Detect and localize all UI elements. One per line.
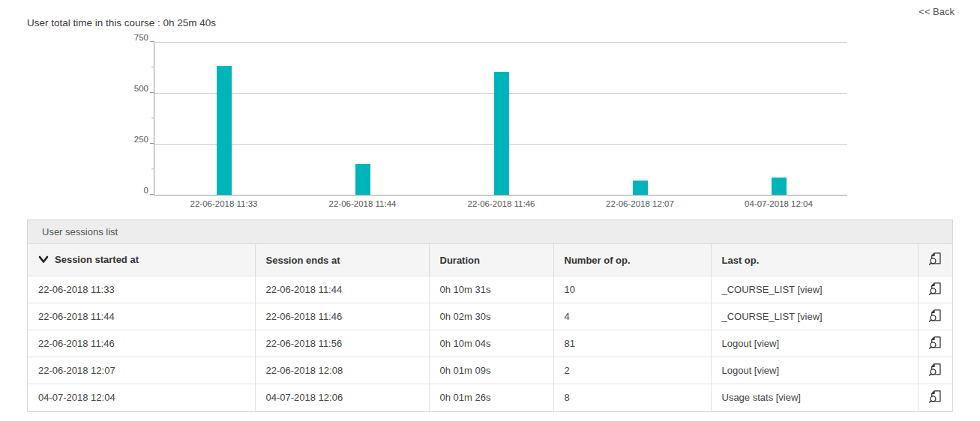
column-header-last-op[interactable]: Last op. (711, 244, 918, 276)
session-started-cell: 22-06-2018 11:46 (28, 330, 255, 357)
session-ends-cell: 22-06-2018 12:08 (255, 357, 429, 384)
session-preview-cell (918, 330, 952, 357)
last-op-cell: _COURSE_LIST [view] (711, 303, 918, 330)
duration-cell: 0h 02m 30s (429, 303, 553, 330)
bar (355, 164, 370, 195)
column-header-number-of-op[interactable]: Number of op. (553, 244, 711, 276)
column-header-session-ends[interactable]: Session ends at (255, 244, 429, 276)
y-axis-minor-tick (151, 67, 154, 67)
session-preview-cell (918, 276, 952, 303)
column-header-label: Session started at (55, 254, 139, 265)
user-sessions-panel: User sessions list Session started at Se… (27, 219, 953, 412)
y-axis-minor-tick (151, 169, 154, 169)
preview-icon[interactable] (928, 282, 942, 296)
session-started-cell: 22-06-2018 11:33 (28, 276, 255, 303)
number-of-op-cell: 81 (553, 330, 711, 357)
x-tick-label: 22-06-2018 12:07 (571, 199, 709, 208)
session-preview-cell (918, 303, 952, 330)
y-axis-tick (150, 143, 154, 144)
x-tick-label: 04-07-2018 12:04 (710, 199, 848, 208)
y-axis-minor-tick (151, 118, 154, 118)
duration-cell: 0h 10m 04s (429, 330, 553, 357)
last-op-cell: Logout [view] (711, 357, 918, 384)
session-ends-cell: 22-06-2018 11:46 (255, 303, 429, 330)
sort-desc-icon (38, 255, 49, 266)
preview-icon[interactable] (928, 390, 942, 404)
preview-icon[interactable] (928, 309, 942, 323)
sessions-duration-chart: 025050075022-06-2018 11:3322-06-2018 11:… (154, 43, 847, 196)
number-of-op-cell: 2 (553, 357, 711, 384)
session-preview-cell (918, 357, 952, 384)
y-axis-tick (150, 194, 154, 195)
x-tick-label: 22-06-2018 11:44 (294, 199, 432, 208)
number-of-op-cell: 8 (553, 384, 711, 411)
panel-title: User sessions list (28, 220, 952, 244)
bar (772, 178, 787, 195)
table-row: 22-06-2018 11:4622-06-2018 11:560h 10m 0… (28, 330, 952, 357)
preview-icon[interactable] (928, 363, 942, 377)
session-started-cell: 04-07-2018 12:04 (28, 384, 255, 411)
column-header-duration[interactable]: Duration (429, 244, 553, 276)
table-row: 22-06-2018 11:4422-06-2018 11:460h 02m 3… (28, 303, 952, 330)
preview-icon (928, 252, 942, 266)
session-preview-cell (918, 384, 952, 411)
y-tick-label: 250 (117, 135, 148, 144)
table-row: 22-06-2018 12:0722-06-2018 12:080h 01m 0… (28, 357, 952, 384)
y-axis-tick (150, 41, 154, 42)
sessions-table: Session started at Session ends at Durat… (28, 244, 952, 411)
y-tick-label: 0 (117, 186, 148, 195)
preview-icon[interactable] (928, 336, 942, 350)
page-title: User total time in this course : 0h 25m … (27, 17, 216, 28)
bar (633, 181, 648, 195)
back-link[interactable]: << Back (919, 6, 955, 17)
last-op-cell: Usage stats [view] (711, 384, 918, 411)
user-course-stats-page: << Back User total time in this course :… (0, 0, 980, 421)
table-row: 22-06-2018 11:3322-06-2018 11:440h 10m 3… (28, 276, 952, 303)
last-op-cell: _COURSE_LIST [view] (711, 276, 918, 303)
column-header-preview (918, 244, 952, 276)
bar (494, 72, 509, 195)
last-op-cell: Logout [view] (711, 330, 918, 357)
session-ends-cell: 22-06-2018 11:44 (255, 276, 429, 303)
table-header-row: Session started at Session ends at Durat… (28, 244, 952, 276)
session-ends-cell: 04-07-2018 12:06 (255, 384, 429, 411)
bar (217, 66, 232, 195)
number-of-op-cell: 4 (553, 303, 711, 330)
session-started-cell: 22-06-2018 11:44 (28, 303, 255, 330)
y-tick-label: 750 (117, 33, 148, 42)
x-tick-label: 22-06-2018 11:46 (433, 199, 571, 208)
column-header-session-started[interactable]: Session started at (28, 244, 255, 276)
session-started-cell: 22-06-2018 12:07 (28, 357, 255, 384)
table-row: 04-07-2018 12:0404-07-2018 12:060h 01m 2… (28, 384, 952, 411)
y-axis-tick (150, 92, 154, 93)
gridline (154, 42, 847, 43)
duration-cell: 0h 01m 26s (429, 384, 553, 411)
duration-cell: 0h 10m 31s (429, 276, 553, 303)
session-ends-cell: 22-06-2018 11:56 (255, 330, 429, 357)
x-tick-label: 22-06-2018 11:33 (155, 199, 293, 208)
duration-cell: 0h 01m 09s (429, 357, 553, 384)
number-of-op-cell: 10 (553, 276, 711, 303)
y-tick-label: 500 (117, 84, 148, 93)
